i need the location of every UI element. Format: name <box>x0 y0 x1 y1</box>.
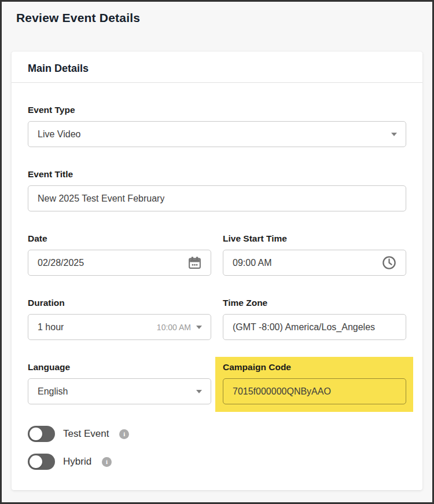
duration-field: Duration 1 hour 10:00 AM <box>28 297 211 340</box>
event-title-value: New 2025 Test Event February <box>38 193 164 204</box>
campaign-code-input[interactable]: 7015f000000QNByAAO <box>223 378 406 404</box>
hybrid-label: Hybrid <box>63 456 91 468</box>
date-field: Date 02/28/2025 <box>28 233 211 276</box>
campaign-code-highlight: Campaign Code 7015f000000QNByAAO <box>215 357 413 412</box>
test-event-toggle[interactable] <box>28 426 55 442</box>
event-title-label: Event Title <box>28 169 406 180</box>
card-header: Main Details <box>12 52 422 83</box>
campaign-code-label: Campaign Code <box>223 361 406 373</box>
card-body: Event Type Live Video Event Title New 20… <box>12 83 422 470</box>
event-type-value: Live Video <box>38 129 80 140</box>
duration-end-time: 10:00 AM <box>157 323 191 332</box>
toggle-knob <box>30 455 42 468</box>
date-time-row: Date 02/28/2025 <box>28 233 406 276</box>
live-start-time-label: Live Start Time <box>223 233 406 244</box>
live-start-time-field: Live Start Time 09:00 AM <box>223 233 406 276</box>
language-label: Language <box>28 361 211 373</box>
duration-timezone-row: Duration 1 hour 10:00 AM Time Zone (GMT … <box>28 297 406 340</box>
date-value: 02/28/2025 <box>38 258 84 268</box>
duration-label: Duration <box>28 297 211 309</box>
live-start-time-input[interactable]: 09:00 AM <box>223 250 406 276</box>
event-type-field: Event Type Live Video <box>28 104 406 147</box>
event-title-input[interactable]: New 2025 Test Event February <box>28 185 406 211</box>
hybrid-row: Hybrid i <box>28 454 406 470</box>
calendar-icon <box>187 255 202 270</box>
time-zone-input[interactable]: (GMT -8:00) America/Los_Angeles <box>223 314 406 340</box>
campaign-code-field: Campaign Code 7015f000000QNByAAO <box>223 361 406 404</box>
chevron-down-icon <box>196 390 202 393</box>
language-field: Language English <box>28 361 211 404</box>
event-title-field: Event Title New 2025 Test Event February <box>28 169 406 211</box>
language-value: English <box>38 386 68 397</box>
duration-select[interactable]: 1 hour 10:00 AM <box>28 314 211 340</box>
time-zone-field: Time Zone (GMT -8:00) America/Los_Angele… <box>223 297 406 340</box>
screenshot-frame: Review Event Details Main Details Event … <box>0 0 434 504</box>
date-label: Date <box>28 233 211 244</box>
language-select[interactable]: English <box>28 378 211 404</box>
event-type-label: Event Type <box>28 104 406 116</box>
live-start-time-value: 09:00 AM <box>233 258 272 268</box>
toggle-knob <box>30 428 42 440</box>
campaign-code-value: 7015f000000QNByAAO <box>233 386 331 397</box>
clock-icon <box>381 255 397 271</box>
page-title: Review Event Details <box>16 11 432 25</box>
date-input[interactable]: 02/28/2025 <box>28 250 211 276</box>
info-icon[interactable]: i <box>119 429 129 439</box>
card-title: Main Details <box>28 61 406 75</box>
time-zone-label: Time Zone <box>223 297 406 309</box>
main-details-card: Main Details Event Type Live Video Event… <box>12 52 422 490</box>
language-campaign-row: Language English Campaign Code 7015f0000… <box>28 361 406 404</box>
event-type-select[interactable]: Live Video <box>28 121 406 147</box>
toggle-section: Test Event i Hybrid i <box>28 426 406 470</box>
hybrid-toggle[interactable] <box>28 454 55 470</box>
time-zone-value: (GMT -8:00) America/Los_Angeles <box>233 322 375 333</box>
test-event-label: Test Event <box>63 428 109 440</box>
info-icon[interactable]: i <box>102 457 112 467</box>
duration-value: 1 hour <box>38 322 64 333</box>
test-event-row: Test Event i <box>28 426 406 442</box>
chevron-down-icon <box>391 133 397 136</box>
chevron-down-icon <box>196 326 202 329</box>
